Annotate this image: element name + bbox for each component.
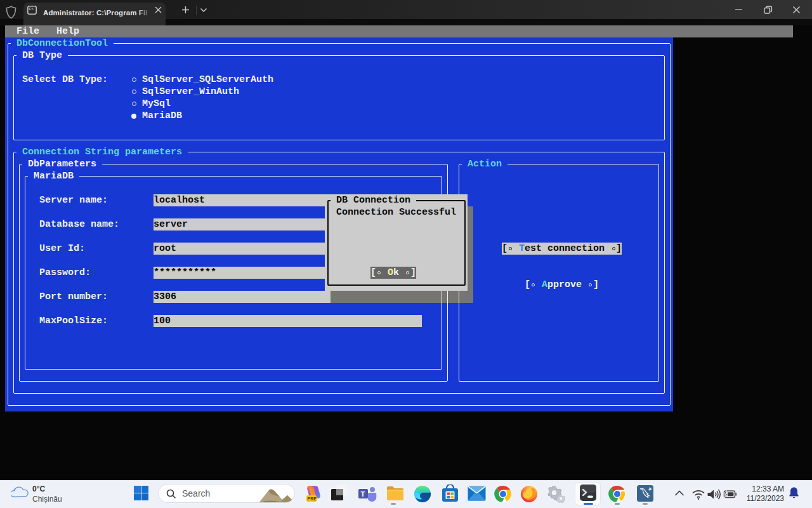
svg-text:T: T bbox=[360, 490, 365, 498]
svg-text:C:\: C:\ bbox=[29, 7, 34, 11]
svg-text:PRE: PRE bbox=[308, 497, 317, 501]
